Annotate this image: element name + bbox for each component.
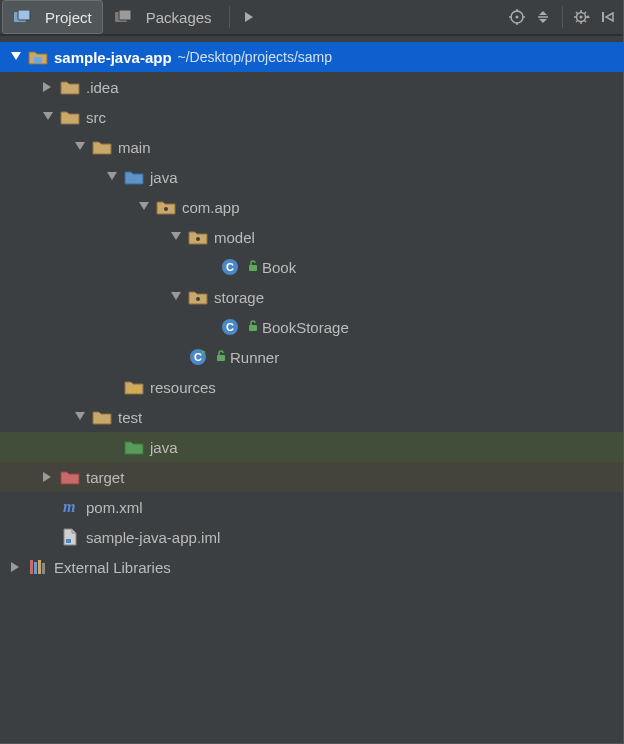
svg-text:C: C: [194, 351, 202, 363]
expand-arrow-icon[interactable]: [168, 229, 184, 245]
package-folder-icon: [188, 227, 208, 247]
project-tree: sample-java-app ~/Desktop/projects/samp …: [0, 36, 623, 582]
svg-point-28: [196, 297, 200, 301]
tree-class-runner[interactable]: C Runner: [0, 342, 623, 372]
expand-arrow-icon[interactable]: [40, 109, 56, 125]
tree-source-folder-java[interactable]: java: [0, 162, 623, 192]
project-tab-icon: [13, 7, 33, 27]
svg-rect-40: [30, 560, 33, 574]
svg-text:C: C: [226, 321, 234, 333]
tree-file-iml[interactable]: sample-java-app.iml: [0, 522, 623, 552]
tree-folder-main[interactable]: main: [0, 132, 623, 162]
svg-point-24: [196, 237, 200, 241]
svg-rect-37: [137, 387, 140, 393]
svg-rect-43: [42, 563, 45, 574]
tree-external-libraries[interactable]: External Libraries: [0, 552, 623, 582]
test-folder-icon: [124, 437, 144, 457]
expand-arrow-icon[interactable]: [136, 199, 152, 215]
tab-project[interactable]: Project: [2, 0, 103, 34]
class-label: BookStorage: [262, 319, 349, 336]
tree-folder-target[interactable]: target: [0, 462, 623, 492]
class-label: Runner: [230, 349, 279, 366]
expand-arrow-icon[interactable]: [72, 139, 88, 155]
collapse-arrow-icon[interactable]: [40, 79, 56, 95]
class-label: Book: [262, 259, 296, 276]
folder-icon: [92, 407, 112, 427]
tree-package-model[interactable]: model: [0, 222, 623, 252]
library-icon: [28, 557, 48, 577]
project-toolbar: Project Packages: [0, 0, 623, 36]
package-label: storage: [214, 289, 264, 306]
unlock-icon: [248, 320, 258, 334]
svg-point-12: [580, 16, 583, 19]
folder-label: test: [118, 409, 142, 426]
folder-label: src: [86, 109, 106, 126]
tree-package-storage[interactable]: storage: [0, 282, 623, 312]
svg-text:m: m: [63, 498, 75, 515]
svg-point-5: [516, 16, 519, 19]
scroll-from-source-icon[interactable]: [236, 4, 262, 30]
gear-icon[interactable]: [569, 4, 595, 30]
maven-file-icon: m: [60, 497, 80, 517]
target-icon[interactable]: [504, 4, 530, 30]
tab-label: Project: [45, 9, 92, 26]
svg-rect-41: [34, 562, 37, 574]
tree-class-book[interactable]: C Book: [0, 252, 623, 282]
package-folder-icon: [156, 197, 176, 217]
collapse-arrow-icon[interactable]: [8, 559, 24, 575]
expand-arrow-icon[interactable]: [104, 169, 120, 185]
file-label: sample-java-app.iml: [86, 529, 220, 546]
svg-point-23: [164, 207, 168, 211]
hide-icon[interactable]: [595, 4, 621, 30]
package-label: com.app: [182, 199, 240, 216]
tree-folder-idea[interactable]: .idea: [0, 72, 623, 102]
svg-rect-39: [66, 539, 71, 543]
svg-rect-3: [119, 10, 131, 20]
runnable-class-icon: C: [188, 347, 208, 367]
svg-rect-31: [249, 325, 257, 331]
folder-label: java: [150, 169, 178, 186]
file-icon: [60, 527, 80, 547]
svg-rect-36: [133, 387, 136, 393]
expand-arrow-icon[interactable]: [72, 409, 88, 425]
folder-label: target: [86, 469, 124, 486]
svg-line-20: [585, 12, 587, 14]
packages-tab-icon: [114, 7, 134, 27]
expand-arrow-icon[interactable]: [8, 49, 24, 65]
expand-arrow-icon[interactable]: [168, 289, 184, 305]
toolbar-separator: [229, 6, 230, 28]
svg-rect-42: [38, 560, 41, 574]
tree-folder-src[interactable]: src: [0, 102, 623, 132]
tree-root-sample-java-app[interactable]: sample-java-app ~/Desktop/projects/samp: [0, 42, 623, 72]
folder-icon: [60, 77, 80, 97]
tree-package-com-app[interactable]: com.app: [0, 192, 623, 222]
unlock-icon: [216, 350, 226, 364]
svg-rect-22: [34, 57, 42, 63]
root-path: ~/Desktop/projects/samp: [178, 49, 332, 65]
tree-resources-folder[interactable]: resources: [0, 372, 623, 402]
svg-rect-1: [18, 10, 30, 20]
package-folder-icon: [188, 287, 208, 307]
unlock-icon: [248, 260, 258, 274]
class-icon: C: [220, 257, 240, 277]
svg-line-18: [585, 21, 587, 23]
file-label: pom.xml: [86, 499, 143, 516]
tree-folder-test[interactable]: test: [0, 402, 623, 432]
svg-rect-27: [249, 265, 257, 271]
svg-line-19: [576, 21, 578, 23]
ext-lib-label: External Libraries: [54, 559, 171, 576]
tree-class-bookstorage[interactable]: C BookStorage: [0, 312, 623, 342]
folder-icon: [60, 107, 80, 127]
folder-icon: [92, 137, 112, 157]
folder-label: .idea: [86, 79, 119, 96]
tree-test-source-folder-java[interactable]: java: [0, 432, 623, 462]
toolbar-separator: [562, 6, 563, 28]
svg-line-17: [576, 12, 578, 14]
class-icon: C: [220, 317, 240, 337]
excluded-folder-icon: [60, 467, 80, 487]
tree-file-pom[interactable]: m pom.xml: [0, 492, 623, 522]
collapse-arrow-icon[interactable]: [40, 469, 56, 485]
tab-packages[interactable]: Packages: [103, 0, 223, 34]
collapse-all-icon[interactable]: [530, 4, 556, 30]
folder-label: resources: [150, 379, 216, 396]
